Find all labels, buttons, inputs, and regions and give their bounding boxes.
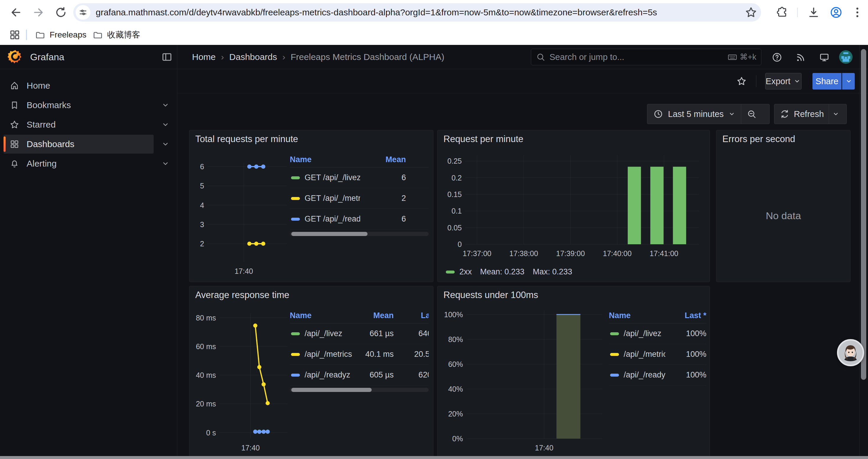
legend-scrollbar-thumb[interactable] (291, 232, 368, 236)
zoom-out-icon[interactable] (747, 109, 756, 119)
user-avatar[interactable] (839, 50, 852, 64)
sidebar-item-home[interactable]: Home (4, 76, 154, 95)
back-icon[interactable] (9, 6, 23, 19)
breadcrumb-dashboards[interactable]: Dashboards (229, 52, 277, 62)
series-name[interactable]: /api/_/livez (624, 329, 661, 338)
floating-avatar-widget[interactable] (837, 339, 864, 366)
svg-text:17:41:00: 17:41:00 (650, 249, 678, 258)
legend-column-header[interactable]: Name (290, 311, 354, 320)
legend-scrollbar[interactable] (290, 388, 429, 392)
svg-text:17:40:00: 17:40:00 (603, 249, 631, 258)
chevron-down-icon[interactable] (161, 101, 170, 109)
area-chart[interactable]: 0%20%40%60%80%100%17:40 (440, 306, 606, 457)
timeseries-chart[interactable]: 0 s20 ms40 ms60 ms80 ms17:40 (192, 306, 290, 457)
legend-row[interactable]: GET /api/_/metrics2 (290, 188, 429, 209)
series-color-swatch (610, 332, 619, 335)
legend-column-header[interactable]: Mean (360, 155, 406, 164)
legend-row[interactable]: GET /api/_/readyz6 (290, 209, 429, 230)
legend-row[interactable]: GET /api/_/livez6 (290, 167, 429, 188)
share-dropdown-button[interactable] (842, 73, 855, 90)
scrollbar-thumb[interactable] (861, 49, 866, 380)
sidebar-toggle-icon[interactable] (161, 52, 173, 63)
favorite-dashboard-star-icon[interactable] (736, 76, 747, 87)
refresh-interval-dropdown[interactable] (832, 110, 840, 118)
bookmark-folder-freeleaps[interactable]: Freeleaps (35, 28, 87, 41)
legend-mean: Mean: 0.233 (480, 267, 524, 276)
legend-row[interactable]: 2xx Mean: 0.233 Max: 0.233 (445, 267, 572, 276)
series-color-swatch (610, 374, 619, 376)
svg-text:17:37:00: 17:37:00 (463, 249, 491, 258)
bookmark-folder-blogs[interactable]: 收藏博客 (92, 28, 140, 41)
series-name[interactable]: /api/_/readyz (305, 370, 350, 380)
no-data-message: No data (716, 210, 850, 222)
home-icon (9, 80, 20, 91)
timeseries-chart[interactable]: 2345617:40 (192, 150, 290, 280)
brand-name[interactable]: Grafana (30, 52, 64, 63)
legend-row[interactable]: /api/_/readyz100% (609, 365, 706, 386)
export-button[interactable]: Export (765, 73, 802, 90)
refresh-icon[interactable] (780, 109, 790, 119)
breadcrumb-home[interactable]: Home (192, 52, 216, 62)
reload-icon[interactable] (54, 6, 67, 19)
series-name[interactable]: GET /api/_/metrics (305, 194, 360, 203)
series-color-swatch (610, 353, 619, 356)
url-text[interactable]: grafana.mathmast.com/d/deytv4rwavabkb/fr… (96, 7, 657, 18)
legend-header: NameMeanLast * (290, 308, 429, 323)
refresh-button[interactable]: Refresh (794, 109, 824, 119)
search-input[interactable]: Search or jump to... ⌘+k (531, 49, 761, 65)
bookmark-label: 收藏博客 (107, 29, 140, 40)
bar-chart[interactable]: 00.050.10.150.20.2517:37:0017:38:0017:39… (442, 149, 706, 262)
legend-column-header[interactable]: Name (609, 311, 665, 320)
legend-row[interactable]: /api/_/metrics40.1 ms20.5 ms (290, 344, 429, 365)
legend-column-header[interactable]: Mean (354, 311, 394, 320)
sidebar-item-bookmarks[interactable]: Bookmarks (4, 96, 154, 114)
legend-row[interactable]: /api/_/readyz605 µs620 µs (290, 365, 429, 386)
legend-column-header[interactable]: Last * (665, 311, 706, 320)
clock-icon (653, 109, 663, 119)
legend-table: NameLast */api/_/livez100%/api/_/metrics… (609, 308, 706, 432)
profile-icon[interactable] (830, 6, 843, 19)
legend-column-header[interactable]: Name (290, 155, 360, 164)
series-name[interactable]: /api/_/metrics (305, 350, 352, 359)
forward-icon[interactable] (32, 6, 45, 19)
share-button[interactable]: Share (812, 73, 841, 90)
site-settings-icon[interactable] (75, 5, 90, 20)
series-name[interactable]: /api/_/livez (305, 329, 342, 338)
chevron-down-icon[interactable] (161, 120, 170, 129)
series-color-swatch (291, 353, 300, 356)
panel-title[interactable]: Request per minute (443, 134, 524, 144)
bookmarks-bar: Freeleaps 收藏博客 (0, 25, 868, 45)
bookmark-star-icon[interactable] (745, 6, 757, 19)
monitor-icon[interactable] (819, 52, 830, 63)
legend-scrollbar-thumb[interactable] (291, 388, 372, 392)
panel-total-requests-per-minute: Total requests per minute 2345617:40 Nam… (189, 130, 433, 282)
legend-table: NameMeanGET /api/_/livez6GET /api/_/metr… (290, 152, 429, 276)
bookmark-label: Freeleaps (50, 30, 87, 40)
panel-title[interactable]: Total requests per minute (195, 134, 298, 144)
series-name[interactable]: GET /api/_/readyz (305, 215, 360, 224)
legend-row[interactable]: /api/_/livez100% (609, 323, 706, 344)
menu-icon[interactable] (851, 6, 864, 19)
legend-row[interactable]: /api/_/livez661 µs646 µs (290, 323, 429, 344)
legend-header: NameMean (290, 152, 429, 167)
legend-column-header[interactable]: Last * (394, 311, 429, 320)
series-name[interactable]: GET /api/_/livez (305, 173, 360, 182)
downloads-icon[interactable] (807, 6, 820, 19)
series-name[interactable]: /api/_/metrics (624, 350, 665, 359)
panel-title[interactable]: Requests under 100ms (443, 290, 538, 300)
panel-title[interactable]: Average response time (195, 290, 289, 300)
legend-row[interactable]: /api/_/metrics100% (609, 344, 706, 365)
panel-title[interactable]: Errors per second (722, 134, 795, 144)
news-rss-icon[interactable] (795, 52, 806, 63)
address-bar[interactable]: grafana.mathmast.com/d/deytv4rwavabkb/fr… (73, 3, 761, 22)
grafana-logo[interactable] (8, 49, 23, 65)
help-icon[interactable] (772, 52, 782, 63)
extensions-icon[interactable] (776, 6, 789, 19)
time-range-picker[interactable]: Last 5 minutes (668, 109, 724, 119)
legend-scrollbar[interactable] (290, 232, 429, 236)
folder-icon (35, 30, 45, 40)
svg-text:80%: 80% (448, 335, 463, 343)
refresh-group: Refresh (774, 104, 847, 124)
apps-grid-icon[interactable] (9, 29, 21, 41)
series-name[interactable]: /api/_/readyz (624, 370, 665, 380)
